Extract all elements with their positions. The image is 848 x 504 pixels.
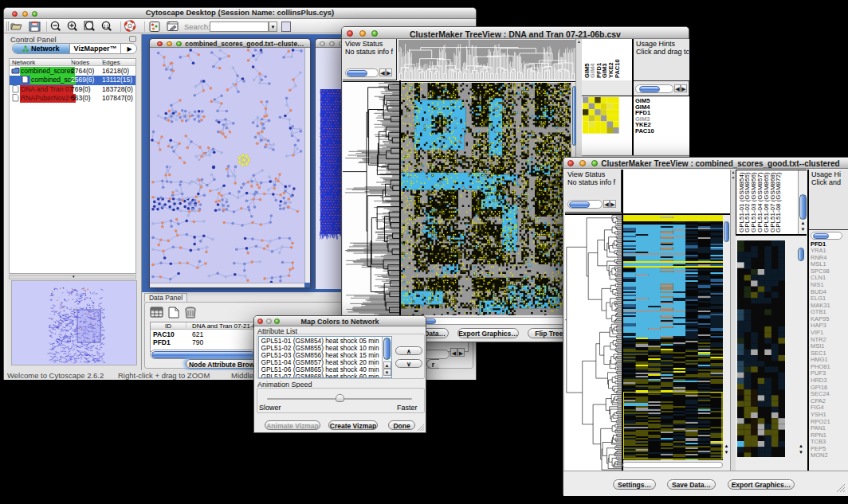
svg-text:1:1: 1:1 <box>104 24 109 29</box>
